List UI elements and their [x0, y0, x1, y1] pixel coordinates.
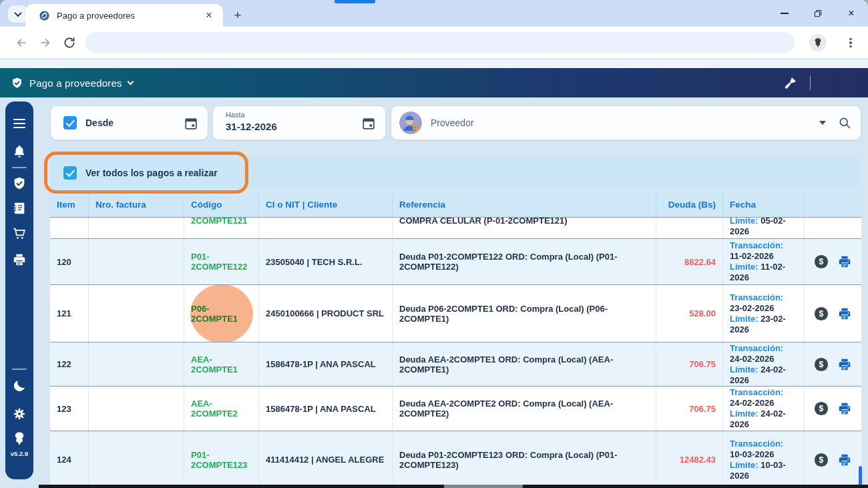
hasta-label: Hasta [226, 111, 245, 119]
table-row: 124 P01-2COMPTE123 411414412 | ANGEL ALE… [50, 431, 861, 488]
item-number: 120 [57, 257, 71, 267]
limite-label: Límite: [730, 409, 758, 419]
svg-text:$: $ [819, 404, 824, 413]
codigo-value: AEA-2COMPTE2 [191, 399, 252, 419]
address-bar[interactable] [85, 32, 795, 53]
fecha-transaccion: 24-02-2026 [730, 398, 775, 409]
tab-close-icon[interactable] [203, 9, 215, 21]
horizontal-scrollbar-thumb[interactable] [444, 485, 523, 488]
transaccion-label: Transacción: [730, 343, 783, 354]
dropdown-caret-icon[interactable] [819, 121, 826, 125]
item-number: 124 [57, 455, 71, 465]
filter-proveedor-card[interactable]: Proveedor [391, 105, 861, 140]
transaccion-label: Transacción: [730, 292, 783, 303]
filter-desde-card[interactable]: Desde [50, 105, 208, 140]
nro-factura-cell [89, 342, 184, 386]
col-item: Item [50, 192, 89, 217]
maximize-button[interactable] [801, 0, 835, 27]
back-icon[interactable] [15, 36, 28, 49]
pay-dollar-icon[interactable]: $ [814, 306, 829, 321]
dark-mode-moon-icon[interactable] [12, 379, 27, 393]
codigo-value: P01-2COMPTE122 [191, 252, 252, 272]
nro-factura-cell [89, 239, 184, 284]
page-top-gap [0, 59, 868, 68]
search-icon[interactable] [838, 116, 851, 130]
payments-table: Item Nro. factura Código CI o NIT | Clie… [50, 192, 861, 488]
proveedor-placeholder[interactable]: Proveedor [431, 117, 819, 128]
reload-icon[interactable] [63, 36, 76, 49]
pay-dollar-icon[interactable]: $ [814, 254, 829, 269]
tab-title: Pago a proveedores [57, 11, 203, 21]
settings-gear-icon[interactable] [12, 407, 27, 421]
show-all-payments-checkbox[interactable] [63, 166, 77, 180]
new-tab-button[interactable] [230, 7, 246, 23]
notifications-bell-icon[interactable] [12, 144, 27, 159]
browser-window: Pago a proveedores Pago a proveedores [0, 0, 868, 488]
hasta-value[interactable]: 31-12-2026 [226, 121, 277, 132]
transaccion-label: Transacción: [730, 439, 783, 449]
calendar-icon[interactable] [184, 116, 198, 131]
minimize-button[interactable] [768, 0, 801, 27]
forward-icon[interactable] [39, 36, 52, 49]
cart-icon[interactable] [12, 226, 27, 241]
table-row: 121 P06-2COMPTE1 2450100666 | PRODUCT SR… [50, 284, 861, 342]
referencia-value: COMPRA CELULAR (P-01-2COMPTE121) [399, 218, 568, 226]
tab-loading-strip [335, 0, 375, 3]
col-deuda: Deuda (Bs) [656, 192, 723, 217]
sidebar-divider [12, 369, 27, 370]
desde-checkbox[interactable] [63, 116, 77, 130]
horizontal-scrollbar[interactable] [39, 485, 868, 488]
module-selector[interactable]: Pago a proveedores [11, 77, 133, 89]
item-number: 123 [57, 404, 71, 414]
filter-hasta-card[interactable]: Hasta 31-12-2026 [212, 105, 386, 140]
pay-dollar-icon[interactable]: $ [814, 357, 829, 372]
browser-tab[interactable]: Pago a proveedores [25, 4, 223, 27]
show-all-payments-row: Ver todos los pagos a realizar [50, 157, 861, 189]
transaccion-label: Transacción: [730, 387, 783, 398]
clean-filters-icon[interactable] [783, 75, 798, 90]
table-row-partial: 2COMPTE121 COMPRA CELULAR (P-01-2COMPTE1… [50, 217, 861, 238]
pay-dollar-icon[interactable]: $ [814, 453, 829, 467]
shield-check-icon [11, 77, 23, 89]
svg-text:$: $ [819, 257, 824, 266]
pay-dollar-icon[interactable]: $ [814, 401, 829, 416]
profile-avatar[interactable] [809, 34, 827, 51]
vertical-scrollbar-thumb[interactable] [859, 466, 862, 485]
calendar-icon[interactable] [361, 116, 376, 131]
menu-icon[interactable] [13, 119, 25, 128]
referencia-value: Deuda P01-2COMPTE123 ORD: Compra (Local)… [399, 450, 649, 470]
table-row: 122 AEA-2COMPTE1 1586478-1P | ANA PASCAL… [50, 342, 861, 386]
print-row-icon[interactable] [837, 254, 852, 269]
proveedor-avatar-icon [399, 111, 422, 134]
table-row: 123 AEA-2COMPTE2 1586478-1P | ANA PASCAL… [50, 386, 861, 431]
print-row-icon[interactable] [837, 357, 852, 372]
print-row-icon[interactable] [837, 306, 852, 321]
chevron-down-icon [14, 9, 21, 17]
desde-label: Desde [85, 117, 114, 128]
sidebar: v5.2.9 [5, 101, 33, 479]
referencia-value: Deuda AEA-2COMPTE1 ORD: Compra (Local) (… [399, 354, 649, 375]
deuda-value: 528.00 [689, 308, 716, 318]
item-number: 122 [57, 359, 71, 369]
codigo-value: 2COMPTE121 [191, 218, 248, 226]
svg-text:$: $ [819, 360, 824, 369]
close-button[interactable] [835, 0, 868, 27]
codigo-value: P01-2COMPTE123 [191, 450, 252, 470]
journal-icon[interactable] [12, 201, 27, 216]
print-row-icon[interactable] [837, 453, 852, 467]
fecha-transaccion: 10-03-2026 [730, 449, 775, 460]
filter-bar: Desde Hasta 31-12-2026 Proveedor [50, 105, 861, 140]
col-actions [805, 192, 861, 217]
print-row-icon[interactable] [837, 401, 852, 416]
fecha-transaccion: 23-02-2026 [730, 303, 775, 314]
security-shield-icon[interactable] [12, 176, 27, 191]
minimize-icon [781, 13, 789, 14]
browser-menu-icon[interactable] [845, 35, 856, 50]
chevron-down-icon [127, 79, 134, 85]
print-icon[interactable] [12, 252, 27, 267]
deuda-value: 706.75 [689, 359, 716, 369]
favicon-icon [39, 10, 50, 21]
profile-icon [813, 37, 823, 48]
fecha-transaccion: 11-02-2026 [730, 251, 774, 262]
col-cliente: CI o NIT | Cliente [259, 192, 393, 217]
